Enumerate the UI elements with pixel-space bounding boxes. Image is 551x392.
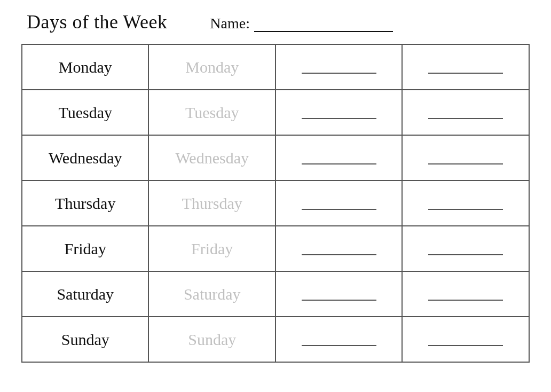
name-label: Name:: [210, 15, 250, 32]
write-input-1[interactable]: [302, 197, 376, 210]
day-word-cell: Sunday: [22, 317, 148, 362]
page-title: Days of the Week: [27, 11, 167, 33]
write-input-1[interactable]: [302, 287, 376, 301]
table-row: Tuesday Tuesday: [22, 90, 529, 135]
day-word-cell: Wednesday: [22, 135, 148, 181]
day-write-cell-2[interactable]: [402, 226, 529, 271]
day-write-cell-1[interactable]: [276, 226, 403, 271]
table-row: Monday Monday: [22, 44, 529, 90]
write-input-1[interactable]: [302, 106, 376, 119]
write-input-1[interactable]: [302, 60, 376, 74]
day-write-cell-2[interactable]: [402, 44, 529, 90]
name-input[interactable]: [254, 19, 393, 32]
day-write-cell-1[interactable]: [276, 135, 403, 181]
day-word-cell: Tuesday: [22, 90, 148, 135]
days-table: Monday Monday Tuesday Tuesday Wednesday …: [21, 44, 530, 363]
day-word-cell: Saturday: [22, 271, 148, 317]
day-trace-cell: Wednesday: [148, 135, 275, 181]
write-input-1[interactable]: [302, 151, 376, 164]
table-row: Wednesday Wednesday: [22, 135, 529, 181]
table-row: Sunday Sunday: [22, 317, 529, 362]
day-write-cell-2[interactable]: [402, 317, 529, 362]
day-word-cell: Thursday: [22, 181, 148, 226]
day-write-cell-1[interactable]: [276, 271, 403, 317]
table-row: Friday Friday: [22, 226, 529, 271]
day-trace-cell: Friday: [148, 226, 275, 271]
day-word-cell: Monday: [22, 44, 148, 90]
day-write-cell-2[interactable]: [402, 135, 529, 181]
write-input-1[interactable]: [302, 333, 376, 346]
write-input-1[interactable]: [302, 242, 376, 255]
table-row: Saturday Saturday: [22, 271, 529, 317]
write-input-2[interactable]: [428, 287, 503, 301]
day-trace-cell: Monday: [148, 44, 275, 90]
day-write-cell-1[interactable]: [276, 317, 403, 362]
write-input-2[interactable]: [428, 333, 503, 346]
write-input-2[interactable]: [428, 242, 503, 255]
day-write-cell-2[interactable]: [402, 181, 529, 226]
write-input-2[interactable]: [428, 151, 503, 164]
day-write-cell-2[interactable]: [402, 271, 529, 317]
day-trace-cell: Saturday: [148, 271, 275, 317]
day-write-cell-1[interactable]: [276, 44, 403, 90]
write-input-2[interactable]: [428, 60, 503, 74]
page-header: Days of the Week Name:: [21, 11, 530, 33]
day-write-cell-2[interactable]: [402, 90, 529, 135]
table-row: Thursday Thursday: [22, 181, 529, 226]
day-trace-cell: Thursday: [148, 181, 275, 226]
day-trace-cell: Sunday: [148, 317, 275, 362]
day-write-cell-1[interactable]: [276, 90, 403, 135]
write-input-2[interactable]: [428, 106, 503, 119]
day-trace-cell: Tuesday: [148, 90, 275, 135]
day-word-cell: Friday: [22, 226, 148, 271]
day-write-cell-1[interactable]: [276, 181, 403, 226]
write-input-2[interactable]: [428, 197, 503, 210]
